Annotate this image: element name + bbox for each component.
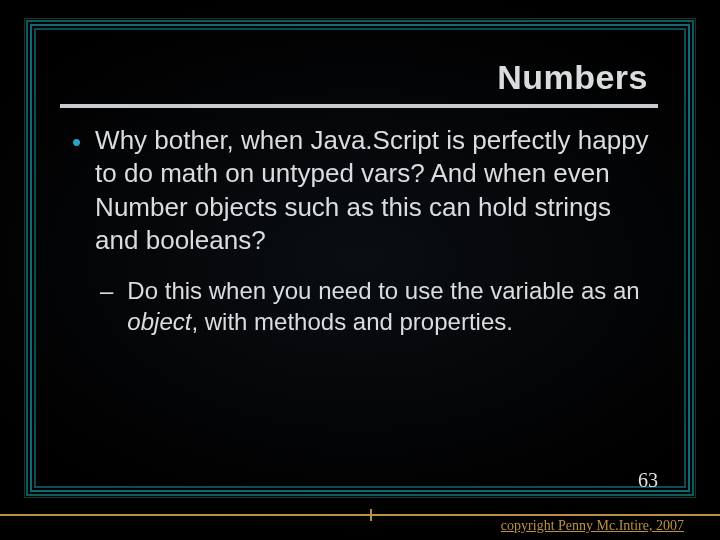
bullet-level-2: – Do this when you need to use the varia… (100, 275, 652, 337)
bullet-dot-icon: • (72, 126, 81, 257)
title-underline (60, 104, 658, 108)
slide: Numbers • Why bother, when Java.Script i… (0, 0, 720, 540)
bullet-2-em: object (127, 308, 191, 335)
slide-content: • Why bother, when Java.Script is perfec… (72, 124, 652, 337)
bullet-dash-icon: – (100, 275, 113, 337)
copyright-text: copyright Penny Mc.Intire, 2007 (501, 518, 684, 534)
bullet-2-post: , with methods and properties. (191, 308, 513, 335)
page-number: 63 (638, 469, 658, 492)
bullet-1-text: Why bother, when Java.Script is perfectl… (95, 124, 652, 257)
bullet-2-text: Do this when you need to use the variabl… (127, 275, 652, 337)
slide-title: Numbers (497, 58, 648, 97)
bullet-level-1: • Why bother, when Java.Script is perfec… (72, 124, 652, 257)
footer-rule (0, 514, 720, 516)
bullet-2-pre: Do this when you need to use the variabl… (127, 277, 639, 304)
